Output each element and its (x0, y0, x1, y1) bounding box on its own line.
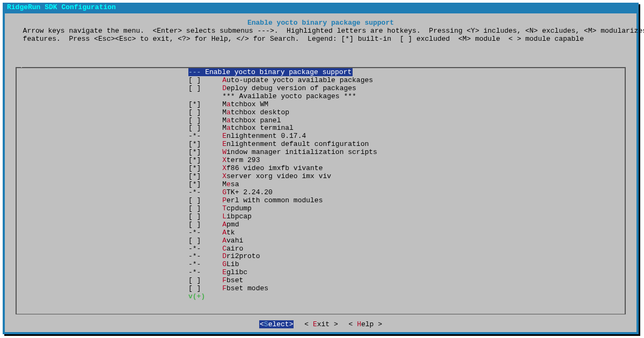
help-button[interactable]: < Help > (349, 320, 382, 328)
menu-item[interactable]: [ ] Apmd (188, 221, 625, 229)
menu-item[interactable]: [ ] Matchbox terminal (188, 124, 625, 133)
dialog-box: Enable yocto binary package support Arro… (13, 19, 628, 332)
menu-item[interactable]: [*] Xf86 video imxfb vivante (188, 165, 625, 173)
menu-item[interactable]: *** Available yocto packages *** (188, 93, 625, 101)
menu-item[interactable]: [*] Enlightenment default configuration (188, 141, 625, 149)
menu-list[interactable]: --- Enable yocto binary package support[… (17, 69, 625, 301)
menu-item[interactable]: [ ] Matchbox panel (188, 117, 625, 125)
menu-item[interactable]: [*] Matchbox WM (188, 101, 625, 109)
exit-button[interactable]: < Exit > (304, 320, 338, 328)
menu-item[interactable]: --- Enable yocto binary package support (188, 69, 625, 77)
scroll-down-indicator: v(+) (17, 293, 625, 301)
menu-item[interactable]: [ ] Libpcap (188, 213, 625, 221)
menu-item[interactable]: -*- GLib (188, 261, 625, 269)
dialog-title: Enable yocto binary package support (13, 19, 628, 27)
menu-item[interactable]: [ ] Avahi (188, 237, 625, 245)
menu-item[interactable]: [*] Window manager initialization script… (188, 149, 625, 157)
menu-listbox: --- Enable yocto binary package support[… (16, 68, 626, 314)
menu-item[interactable]: [ ] Perl with common modules (188, 197, 625, 205)
button-bar: <Select> < Exit > < Help > (13, 320, 628, 328)
menu-item[interactable]: [ ] Auto-update yocto available packages (188, 77, 625, 85)
menu-item[interactable]: [ ] Matchbox desktop (188, 109, 625, 117)
menu-item[interactable]: -*- Eglibc (188, 269, 625, 277)
menu-item[interactable]: [ ] Deploy debug version of packages (188, 85, 625, 93)
config-window: RidgeRun SDK Configuration Enable yocto … (3, 3, 639, 334)
select-button[interactable]: <Select> (259, 320, 294, 328)
menu-item[interactable]: [*] Mesa (188, 181, 625, 189)
menu-item[interactable]: -*- Cairo (188, 245, 625, 253)
menu-item[interactable]: -*- GTK+ 2.24.20 (188, 189, 625, 197)
menu-item[interactable]: -*- Dri2proto (188, 253, 625, 261)
menu-item[interactable]: -*- Atk (188, 229, 625, 237)
menu-item[interactable]: [*] Xserver xorg video imx viv (188, 173, 625, 181)
window-title: RidgeRun SDK Configuration (7, 3, 116, 11)
menu-item[interactable]: -*- Enlightenment 0.17.4 (188, 133, 625, 141)
menu-item[interactable]: [ ] Fbset (188, 277, 625, 285)
menu-item[interactable]: [ ] Fbset modes (188, 285, 625, 293)
menu-item[interactable]: [ ] Tcpdump (188, 205, 625, 213)
menu-item[interactable]: [*] Xterm 293 (188, 157, 625, 165)
instructions-text: Arrow keys navigate the menu. <Enter> se… (13, 27, 628, 43)
